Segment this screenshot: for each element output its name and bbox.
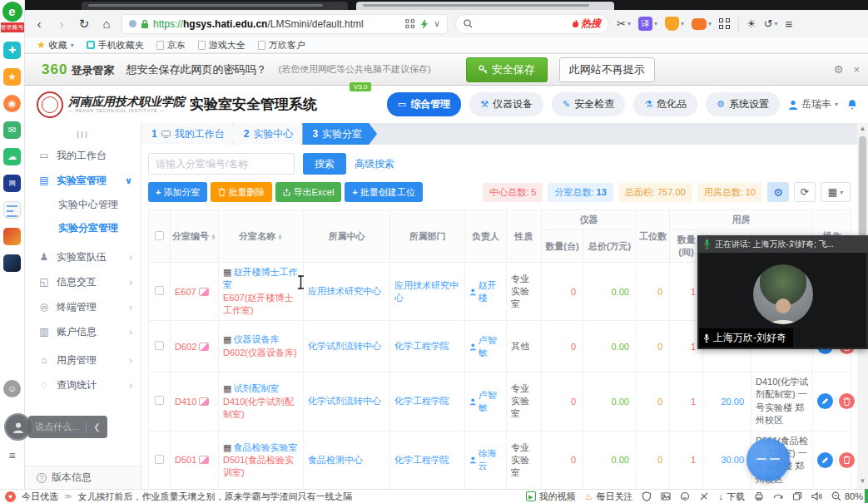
nav-hazardous[interactable]: ⚗危化品 <box>633 92 697 116</box>
today-pick-label[interactable]: 今日优选 <box>22 491 58 503</box>
room-name-cell[interactable]: ▦食品检验实验室D501(食品检验实训室) <box>219 431 304 489</box>
nav-safety-check[interactable]: ✎安全检查 <box>552 92 625 116</box>
sidebar-item-workbench[interactable]: ▭我的工作台 <box>25 143 141 168</box>
delete-button[interactable] <box>839 452 855 468</box>
delete-button[interactable] <box>839 393 855 409</box>
chart-icon[interactable] <box>199 343 209 351</box>
add-emoji-icon[interactable]: ☺ <box>3 380 21 397</box>
scrollbar-thumb[interactable] <box>859 136 866 240</box>
history-undo-icon[interactable]: ↺▾ <box>764 17 778 30</box>
center-link[interactable]: 化学试剂流转中心 <box>304 321 390 372</box>
chat-collapse-icon[interactable]: ❮ <box>93 422 100 431</box>
sidebar-item-rooms[interactable]: ⌂用房管理› <box>25 348 141 372</box>
weibo-icon[interactable]: ◉ <box>3 95 21 112</box>
hot-search[interactable]: 热搜 <box>572 17 601 31</box>
save-password-button[interactable]: 安全保存 <box>466 57 548 82</box>
theme-sun-icon[interactable]: ☀ <box>746 17 756 30</box>
floating-assistant-button[interactable] <box>746 438 790 481</box>
nav-settings[interactable]: ⚙系统设置 <box>706 92 780 116</box>
my-video-button[interactable]: ▶我的视频 <box>526 491 576 503</box>
back-icon[interactable]: ‹ <box>32 17 47 31</box>
chart-icon[interactable] <box>199 397 209 406</box>
header-checkbox[interactable] <box>149 210 171 263</box>
nav-instruments[interactable]: ⚒仪器设备 <box>469 92 543 116</box>
breadcrumb-tab-room[interactable]: 3实验分室 <box>302 123 377 145</box>
header-code[interactable]: 分室编号▲▼ <box>171 210 219 263</box>
department-link[interactable]: 化学工程学院 <box>390 431 465 489</box>
batch-delete-button[interactable]: 批量删除 <box>211 182 272 202</box>
pwbar-settings-icon[interactable]: ⚙ <box>834 63 844 76</box>
download-button[interactable]: ↓下载 <box>718 491 745 503</box>
browser-search-box[interactable]: 热搜 <box>455 14 609 34</box>
table-columns-button[interactable]: ▦▾ <box>821 182 851 202</box>
share-icon[interactable] <box>699 491 709 501</box>
sidebar-item-statistics[interactable]: ◌查询统计› <box>25 372 141 397</box>
refresh-icon[interactable]: ↻ <box>77 17 92 32</box>
row-checkbox[interactable] <box>149 321 171 372</box>
apps-grid-icon[interactable] <box>719 18 731 30</box>
manager-cell[interactable]: 赵开楼 <box>465 263 507 321</box>
chart-icon[interactable] <box>199 288 209 296</box>
center-link[interactable]: 化学试剂流转中心 <box>304 372 390 431</box>
lightning-icon[interactable] <box>421 19 429 29</box>
translate-icon[interactable]: 译▾ <box>638 17 657 31</box>
game-center-icon[interactable]: ✚ <box>3 42 21 59</box>
sort-icon[interactable]: ▲▼ <box>211 234 216 240</box>
bookmark-jd[interactable]: 京东 <box>156 39 186 52</box>
browser-tab-active[interactable] <box>82 2 348 10</box>
user-menu[interactable]: 岳瑞丰▾ <box>788 97 838 111</box>
forward-icon[interactable]: › <box>54 17 69 31</box>
export-excel-button[interactable]: 导出Excel <box>275 182 341 202</box>
security-shield-icon[interactable]: ▾ <box>665 17 684 31</box>
browser-logo[interactable]: e <box>2 2 22 22</box>
pwbar-close-icon[interactable]: × <box>853 63 860 76</box>
room-code-link[interactable]: D501 <box>171 431 219 489</box>
url-dropdown-icon[interactable]: ∨ <box>434 18 440 29</box>
department-link[interactable]: 化学工程学院 <box>390 372 465 431</box>
chat-input-bar[interactable]: 说点什么... ❮ <box>28 416 107 438</box>
dock-list-icon[interactable]: ≡ <box>3 447 21 465</box>
bookmark-mobile[interactable]: 手机收藏夹 <box>87 39 144 52</box>
qrcode-icon[interactable] <box>405 19 414 28</box>
game-app-icon[interactable] <box>3 228 21 245</box>
search-button[interactable]: 搜索 <box>303 153 346 175</box>
row-checkbox[interactable] <box>149 263 171 321</box>
manager-cell[interactable]: 徐海云 <box>465 431 507 489</box>
shield-icon[interactable] <box>642 491 652 501</box>
breadcrumb-tab-workbench[interactable]: 1我的工作台 <box>141 123 240 145</box>
screenshot-scissors-icon[interactable]: ✂▾ <box>617 17 631 30</box>
center-link[interactable]: 应用技术研究中心 <box>304 263 390 321</box>
daily-follow-button[interactable]: ♨每日关注 <box>585 491 633 503</box>
bookmark-favorites[interactable]: ★收藏▾ <box>37 39 74 52</box>
video-call-overlay[interactable]: 正在讲话: 上海万欣-刘好奇; 飞... 上海万欣-刘好奇 <box>697 235 868 349</box>
room-code-link[interactable]: D410 <box>171 372 219 431</box>
cloud-icon[interactable]: ☁ <box>3 148 21 165</box>
browser-tab-inactive[interactable] <box>356 2 614 10</box>
advanced-search-link[interactable]: 高级搜索 <box>355 157 394 171</box>
sidebar-item-lab-management[interactable]: ▤实验室管理∨ <box>25 168 141 193</box>
department-link[interactable]: 应用技术研究中心 <box>390 263 465 321</box>
chart-icon[interactable] <box>199 456 209 464</box>
bell-icon[interactable] <box>846 99 858 111</box>
row-checkbox[interactable] <box>149 372 171 431</box>
room-name-cell[interactable]: ▦试剂配制室D410(化学试剂配制室) <box>219 372 304 431</box>
sidebar-item-info-exchange[interactable]: ◱信息交互› <box>25 269 141 294</box>
image-icon[interactable] <box>661 491 671 501</box>
room-name-cell[interactable]: ▦赵开楼博士工作室E607(赵开楼博士工作室) <box>219 263 304 321</box>
header-name[interactable]: 分室名称▲▼ <box>219 210 304 263</box>
edit-button[interactable] <box>817 393 833 409</box>
department-link[interactable]: 化学工程学院 <box>390 321 465 372</box>
dismiss-button[interactable]: 此网站不再提示 <box>559 57 655 82</box>
sidebar-item-terminal[interactable]: ◎终端管理› <box>25 294 141 319</box>
netdisk-icon[interactable]: 网 <box>3 175 21 192</box>
edit-button[interactable] <box>817 452 833 468</box>
battle-game-icon[interactable] <box>3 254 21 272</box>
nav-comprehensive[interactable]: ▭综合管理 <box>387 92 461 116</box>
scroll-down-icon[interactable]: ▼ <box>857 476 868 487</box>
scroll-up-icon[interactable]: ▲ <box>857 123 868 135</box>
row-checkbox[interactable] <box>149 431 171 489</box>
sidebar-subitem-center-management[interactable]: 实验中心管理 <box>25 193 141 216</box>
login-account-badge[interactable]: 登录账号 <box>1 22 24 32</box>
bookmark-games[interactable]: 游戏大全 <box>198 39 246 52</box>
gamepad-icon[interactable]: ▾ <box>692 18 712 30</box>
